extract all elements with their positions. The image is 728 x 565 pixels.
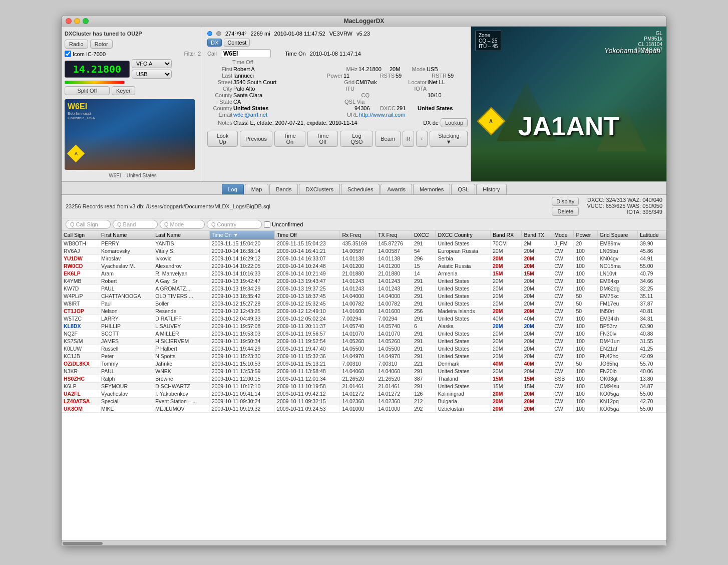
- contest-tag-button[interactable]: Contest: [224, 39, 250, 47]
- tab-history[interactable]: History: [476, 184, 506, 194]
- display-button[interactable]: Display: [552, 197, 579, 206]
- col-firstname[interactable]: First Name: [99, 231, 153, 239]
- col-grid[interactable]: Grid Square: [597, 231, 637, 239]
- col-mode[interactable]: Mode: [552, 231, 574, 239]
- table-cell: 20M: [522, 398, 552, 405]
- close-button[interactable]: [66, 18, 72, 24]
- tab-dxclusters[interactable]: DXClusters: [299, 184, 340, 194]
- table-cell: PAUL: [99, 368, 153, 375]
- horizontal-scrollbar[interactable]: [62, 540, 666, 545]
- table-cell: 20M: [522, 405, 552, 413]
- stacking-button[interactable]: Stacking ▼: [430, 131, 468, 147]
- plus-button[interactable]: +: [416, 131, 428, 147]
- mode-select[interactable]: USBLSBCWAMFM: [132, 70, 172, 79]
- vucc-stats: VUCC: 653/625 WAS: 050/050: [587, 203, 662, 209]
- tab-schedules[interactable]: Schedules: [341, 184, 380, 194]
- table-row[interactable]: K0LUWRussellP Halbert2009-10-11 19:44:29…: [62, 345, 666, 353]
- beam-button[interactable]: Beam: [375, 131, 401, 147]
- table-row[interactable]: RW0CDVyacheslav M.Alexandrov2009-10-14 1…: [62, 262, 666, 270]
- previous-button[interactable]: Previous: [240, 131, 272, 147]
- vfo-select[interactable]: VFO AVFO B: [132, 59, 172, 68]
- col-dxcc[interactable]: DXCC: [412, 231, 435, 239]
- radio-button[interactable]: Radio: [65, 40, 88, 49]
- table-cell: 2009-10-11 20:11:37: [275, 323, 340, 330]
- table-row[interactable]: NQ2FSCOTTA MILLER2009-10-11 19:53:032009…: [62, 330, 666, 338]
- url-value[interactable]: http://www.rail.com: [359, 112, 468, 118]
- time-on-button[interactable]: Time On: [274, 131, 305, 147]
- col-callsign[interactable]: Call Sign: [62, 231, 99, 239]
- email-value[interactable]: w6ei@arrl.net: [233, 112, 342, 118]
- col-rxfreq[interactable]: Rx Freq: [340, 231, 376, 239]
- table-cell: EN21af: [597, 345, 637, 353]
- col-dxcc-country[interactable]: DXCC Country: [436, 231, 491, 239]
- scroll-thumb[interactable]: [63, 542, 103, 545]
- unconfirmed-checkbox-label[interactable]: Unconfirmed: [264, 221, 303, 228]
- table-row[interactable]: UK8OMMIKEMEJLUMOV2009-10-11 09:19:322009…: [62, 405, 666, 413]
- table-cell: K0LUW: [62, 345, 99, 353]
- tab-log[interactable]: Log: [222, 184, 244, 194]
- dx-tag-button[interactable]: DX: [207, 39, 222, 47]
- table-row[interactable]: OZ/DL8KXTommyJahnke2009-10-11 15:10:5320…: [62, 360, 666, 368]
- lookup-button[interactable]: Lookup: [441, 118, 468, 127]
- table-row[interactable]: KS7S/MJAMESH SKJERVEM2009-10-11 19:50:34…: [62, 338, 666, 345]
- tab-qsl[interactable]: QSL: [451, 184, 475, 194]
- unconfirmed-checkbox[interactable]: [264, 221, 270, 228]
- col-bandtx[interactable]: Band TX: [522, 231, 552, 239]
- table-row[interactable]: WB8OTHPERRYYANTIS2009-11-15 15:04:202009…: [62, 239, 666, 247]
- table-row[interactable]: KC1JBPeterN Spotts2009-10-11 15:23:30200…: [62, 353, 666, 360]
- col-txfreq[interactable]: TX Freq: [376, 231, 412, 239]
- minimize-button[interactable]: [74, 18, 80, 24]
- zoom-button[interactable]: [83, 18, 89, 24]
- table-row[interactable]: CT1JOPNelsonResende2009-10-12 12:43:2520…: [62, 308, 666, 315]
- table-cell: 20M: [490, 390, 521, 398]
- table-row[interactable]: EK6LPAramR. Manvelyan2009-10-14 10:16:33…: [62, 270, 666, 277]
- time-off-button[interactable]: Time Off: [307, 131, 338, 147]
- search-band-input[interactable]: [113, 220, 158, 229]
- tab-memories[interactable]: Memories: [413, 184, 450, 194]
- col-lastname[interactable]: Last Name: [153, 231, 209, 239]
- keyer-button[interactable]: Keyer: [112, 86, 135, 95]
- search-callsign-input[interactable]: [66, 220, 111, 229]
- col-timeon[interactable]: Time On ▼: [209, 231, 274, 239]
- tab-map[interactable]: Map: [245, 184, 268, 194]
- col-power[interactable]: Power: [574, 231, 597, 239]
- tab-awards[interactable]: Awards: [381, 184, 412, 194]
- table-cell: 15M: [522, 270, 552, 277]
- table-cell: 2009-10-11 15:13:21: [275, 360, 340, 368]
- col-lat[interactable]: Latitude: [638, 231, 666, 239]
- delete-button[interactable]: Delete: [552, 207, 579, 216]
- table-row[interactable]: UA2FLVyacheslavI. Yakubenkov2009-10-11 0…: [62, 390, 666, 398]
- table-row[interactable]: YU1DWMiroslavIvkovic2009-10-14 16:29:122…: [62, 255, 666, 262]
- col-timeoff[interactable]: Time Off: [275, 231, 340, 239]
- rotor-button[interactable]: Rotor: [90, 40, 113, 49]
- table-row[interactable]: LZ40ATSASpecialEvent Station – ...2009-1…: [62, 398, 666, 405]
- search-country-input[interactable]: [207, 220, 262, 229]
- search-mode-input[interactable]: [160, 220, 205, 229]
- table-row[interactable]: W4PL/PCHATTANOOGAOLD TIMERS ...2009-10-1…: [62, 293, 666, 300]
- table-row[interactable]: HS0ZHCRalphBrowne2009-10-11 12:00:152009…: [62, 375, 666, 383]
- table-row[interactable]: KW7DPAULA GROMATZ...2009-10-13 19:34:292…: [62, 285, 666, 293]
- icom-checkbox[interactable]: [65, 51, 71, 57]
- locator-value: iNet LL: [428, 79, 468, 85]
- table-row[interactable]: N3KRPAULWNEK2009-10-11 13:53:592009-10-1…: [62, 368, 666, 375]
- table-row[interactable]: K6LPSEYMOURD SCHWARTZ2009-10-11 10:17:10…: [62, 383, 666, 390]
- table-cell: KN04gv: [597, 255, 637, 262]
- look-up-button[interactable]: Look Up: [207, 131, 238, 147]
- table-cell: Jahnke: [153, 360, 209, 368]
- log-qso-button[interactable]: Log QSO: [340, 131, 373, 147]
- table-cell: CW: [552, 285, 574, 293]
- table-cell: Ralph: [99, 375, 153, 383]
- icom-checkbox-label[interactable]: Icom IC-7000: [65, 51, 106, 57]
- table-row[interactable]: W8IRTPaulBoller2009-10-12 15:27:282009-1…: [62, 300, 666, 308]
- col-bandrx[interactable]: Band RX: [490, 231, 521, 239]
- r-button[interactable]: R: [403, 131, 414, 147]
- county-label: County: [207, 92, 232, 98]
- call-input[interactable]: [221, 49, 271, 58]
- split-off-button[interactable]: Split Off: [65, 86, 110, 95]
- table-row[interactable]: RV6AJKomarovskyVitaly S.2009-10-14 16:38…: [62, 247, 666, 255]
- table-row[interactable]: KL8DXPHILLIPL SAUVEY2009-10-11 19:57:082…: [62, 323, 666, 330]
- table-row[interactable]: W5TZCLARRYD RATLIFF2009-10-12 04:49:3320…: [62, 315, 666, 323]
- log-table-wrapper[interactable]: Call Sign First Name Last Name Time On ▼…: [62, 231, 666, 540]
- table-row[interactable]: K4YMBRobertA Gay, Sr2009-10-13 19:42:472…: [62, 277, 666, 285]
- tab-bands[interactable]: Bands: [269, 184, 298, 194]
